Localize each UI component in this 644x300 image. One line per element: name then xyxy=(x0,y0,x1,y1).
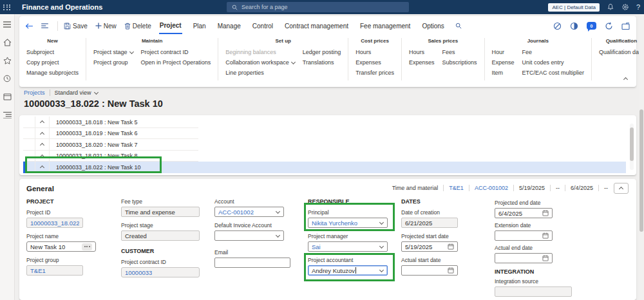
breadcrumb-projects-link[interactable]: Projects xyxy=(24,89,45,96)
home-icon[interactable] xyxy=(3,38,12,47)
table-row[interactable]: 10000033_18.019 : New Task 6 xyxy=(23,128,626,140)
modules-list-icon[interactable] xyxy=(3,110,12,119)
principal-combobox[interactable]: Nikita Yurchenko xyxy=(308,218,388,228)
ribbon-item-collaboration-workspace[interactable]: Collaboration workspace xyxy=(225,57,295,68)
calendar-icon[interactable] xyxy=(542,210,549,216)
messages-bubble-icon[interactable]: 0 xyxy=(587,22,596,30)
attachments-slash-circle-icon[interactable] xyxy=(553,22,562,30)
section-collapse-button[interactable] xyxy=(614,183,629,194)
collapse-chevron-cell[interactable] xyxy=(35,128,50,140)
row-select-cell[interactable] xyxy=(23,117,35,128)
collapse-chevron-cell[interactable] xyxy=(35,151,50,162)
row-label[interactable]: 10000033_18.020 : New Task 7 xyxy=(50,142,137,148)
ribbon-item-open-in-project-operations[interactable]: Open in Project Operations xyxy=(141,57,211,68)
table-row[interactable]: 10000033_18.018 : New Task 5 xyxy=(23,117,626,128)
row-label[interactable]: 10000033_18.018 : New Task 5 xyxy=(50,119,137,126)
calendar-icon[interactable] xyxy=(542,232,549,239)
extension-date-field[interactable] xyxy=(495,230,553,241)
ribbon-item-project-stage[interactable]: Project stage xyxy=(93,47,133,57)
ribbon-item-manage-subprojects[interactable]: Manage subprojects xyxy=(26,68,79,78)
project-accountant-combobox[interactable]: Andrey Kutuzov xyxy=(308,265,388,276)
ribbon-item-subproject[interactable]: Subproject xyxy=(26,47,79,57)
app-launcher-icon[interactable] xyxy=(0,0,14,14)
tab-plan[interactable]: Plan xyxy=(193,18,207,33)
ribbon-item-translations[interactable]: Translations xyxy=(303,57,341,68)
delete-button[interactable]: Delete xyxy=(124,23,151,30)
tab-control[interactable]: Control xyxy=(252,18,274,33)
ribbon-item-sales-hours[interactable]: Hours xyxy=(409,47,435,57)
calendar-icon[interactable] xyxy=(448,267,454,274)
ribbon-item-fees[interactable]: Fees xyxy=(442,47,477,57)
row-label[interactable]: 10000033_18.022 : New Task 10 xyxy=(50,164,140,171)
calendar-icon[interactable] xyxy=(542,255,549,261)
ribbon-item-journal-item[interactable]: Item xyxy=(492,68,515,78)
actual-end-date-field[interactable] xyxy=(495,253,553,263)
back-button[interactable] xyxy=(25,23,33,29)
calendar-icon[interactable] xyxy=(448,243,454,250)
tab-options[interactable]: Options xyxy=(421,18,444,33)
table-row[interactable]: 10000033_18.020 : New Task 7 xyxy=(23,139,626,151)
general-section-title[interactable]: General xyxy=(26,185,54,192)
projected-end-date-field[interactable]: 6/4/2025 xyxy=(495,208,553,218)
default-invoice-account-combobox[interactable] xyxy=(214,230,284,241)
tab-project[interactable]: Project xyxy=(159,17,182,34)
environment-badge[interactable]: AEC | Default Data xyxy=(548,3,599,12)
open-in-new-window-icon[interactable] xyxy=(621,23,630,30)
project-manager-combobox[interactable]: Sai xyxy=(308,241,388,252)
view-selector[interactable]: Standard view xyxy=(55,89,98,96)
row-select-cell[interactable] xyxy=(23,162,35,173)
tab-manage[interactable]: Manage xyxy=(217,18,242,33)
ribbon-item-sales-expenses[interactable]: Expenses xyxy=(409,57,435,68)
hamburger-menu-icon[interactable] xyxy=(3,20,12,29)
table-row[interactable]: 10000033_18.021 : New Task 8 xyxy=(23,151,626,162)
grid-scrollbar-thumb[interactable] xyxy=(630,127,634,161)
collapse-chevron-cell[interactable] xyxy=(35,139,50,151)
ellipsis-button[interactable] xyxy=(82,243,92,250)
grid-scrollbar[interactable] xyxy=(630,124,634,170)
ribbon-item-cost-expenses[interactable]: Expenses xyxy=(355,57,394,68)
save-button[interactable]: Save xyxy=(64,23,88,30)
ribbon-item-project-group[interactable]: Project group xyxy=(93,57,133,68)
ribbon-item-journal-hour[interactable]: Hour xyxy=(492,47,515,57)
row-select-cell[interactable] xyxy=(23,151,35,162)
tab-contract-management[interactable]: Contract management xyxy=(284,18,349,33)
project-name-field[interactable]: New Task 10 xyxy=(26,241,96,252)
ribbon-collapse-chevron[interactable] xyxy=(624,72,627,84)
refresh-icon[interactable] xyxy=(605,22,613,30)
ribbon-item-subscriptions[interactable]: Subscriptions xyxy=(442,57,477,68)
actual-start-date-field[interactable] xyxy=(401,265,458,276)
row-select-cell[interactable] xyxy=(23,128,35,140)
workspaces-icon[interactable] xyxy=(3,92,12,101)
projected-start-date-field[interactable]: 5/19/2025 xyxy=(401,241,458,252)
collapse-chevron-cell[interactable] xyxy=(35,162,50,173)
ribbon-item-ledger-posting[interactable]: Ledger posting xyxy=(303,47,341,57)
tab-search-icon[interactable] xyxy=(455,23,462,29)
row-select-cell[interactable] xyxy=(23,139,35,151)
page-scrollbar-thumb[interactable] xyxy=(639,109,643,232)
favorites-star-icon[interactable] xyxy=(3,56,12,65)
row-label[interactable]: 10000033_18.021 : New Task 8 xyxy=(50,153,137,159)
ribbon-item-etc-eac-cost-multiplier[interactable]: ETC/EAC cost multiplier xyxy=(522,68,585,78)
tab-fee-management[interactable]: Fee management xyxy=(359,18,411,33)
search-input[interactable]: Search for a page xyxy=(227,2,409,12)
recent-clock-icon[interactable] xyxy=(3,74,12,83)
ribbon-item-journal-expense[interactable]: Expense xyxy=(492,57,515,68)
settings-gear-icon[interactable] xyxy=(621,3,629,11)
ribbon-item-unit-codes-entry[interactable]: Unit codes entry xyxy=(522,57,585,68)
ribbon-item-transfer-prices[interactable]: Transfer prices xyxy=(355,68,394,78)
collapse-lines-icon[interactable] xyxy=(41,23,48,28)
help-icon[interactable]: ? xyxy=(636,3,640,11)
page-scrollbar[interactable] xyxy=(639,14,644,300)
ribbon-item-copy-project[interactable]: Copy project xyxy=(26,57,79,68)
row-label[interactable]: 10000033_18.019 : New Task 6 xyxy=(50,130,137,136)
ribbon-item-journal-fee[interactable]: Fee xyxy=(522,47,585,57)
ribbon-item-project-contract-id[interactable]: Project contract ID xyxy=(141,47,211,57)
new-button[interactable]: New xyxy=(95,23,117,30)
contrast-circle-icon[interactable] xyxy=(570,22,578,30)
table-row-selected[interactable]: 10000033_18.022 : New Task 10 xyxy=(23,162,626,173)
email-field[interactable] xyxy=(214,258,290,268)
ribbon-item-qualification-data[interactable]: Qualification data xyxy=(599,47,644,57)
ribbon-item-line-properties[interactable]: Line properties xyxy=(225,68,295,78)
notifications-bell-icon[interactable] xyxy=(607,3,614,11)
account-combobox[interactable]: ACC-001002 xyxy=(214,207,284,217)
